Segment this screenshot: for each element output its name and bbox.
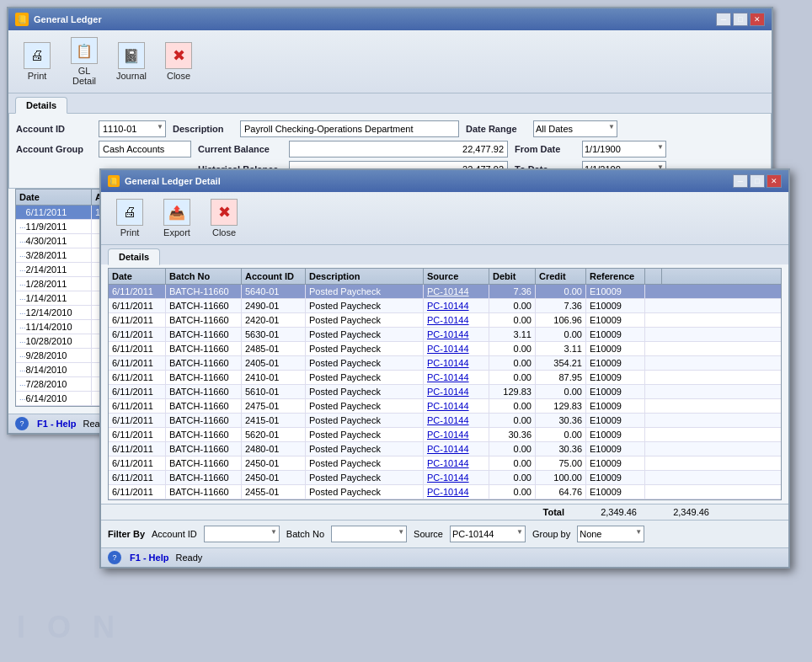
account-group-label: Account Group [16, 144, 92, 154]
detail-grid-row[interactable]: 6/11/2011 BATCH-11660 5630-01 Posted Pay… [109, 328, 781, 342]
detail-cell-reference: E10009 [586, 285, 645, 298]
detail-grid-row[interactable]: 6/11/2011 BATCH-11660 2415-01 Posted Pay… [109, 414, 781, 428]
filter-account-id-select[interactable] [204, 526, 280, 542]
tab-details[interactable]: Details [15, 97, 67, 114]
detail-close-button-toolbar[interactable]: ✖ Close [202, 195, 246, 241]
detail-cell-debit: 0.00 [489, 414, 536, 427]
detail-grid-row[interactable]: 6/11/2011 BATCH-11660 5640-01 Posted Pay… [109, 285, 781, 299]
main-toolbar: 🖨 Print 📋 GL Detail 📓 Journal ✖ Close [8, 30, 772, 93]
detail-cell-source[interactable]: PC-10144 [424, 485, 489, 499]
detail-cell-batch-no: BATCH-11660 [166, 456, 242, 470]
detail-cell-batch-no: BATCH-11660 [166, 285, 242, 298]
main-tab-strip: Details [8, 93, 772, 113]
detail-grid-row[interactable]: 6/11/2011 BATCH-11660 2450-01 Posted Pay… [109, 471, 781, 485]
detail-cell-source[interactable]: PC-10144 [424, 442, 489, 456]
close-icon: ✖ [165, 42, 192, 69]
cell-date: ···6/11/2011 [16, 206, 92, 219]
detail-maximize-button[interactable]: □ [750, 174, 765, 188]
detail-cell-credit: 75.00 [536, 456, 586, 470]
detail-grid-row[interactable]: 6/11/2011 BATCH-11660 2490-01 Posted Pay… [109, 299, 781, 313]
detail-cell-source[interactable]: PC-10144 [424, 414, 489, 427]
detail-window-icon: 📒 [108, 175, 120, 187]
detail-grid-row[interactable]: 6/11/2011 BATCH-11660 2455-01 Posted Pay… [109, 485, 781, 499]
detail-cell-batch-no: BATCH-11660 [166, 414, 242, 427]
description-input[interactable] [240, 120, 459, 137]
gl-detail-icon: 📋 [71, 37, 98, 64]
minimize-button[interactable]: ─ [716, 13, 731, 26]
detail-cell-source[interactable]: PC-10144 [424, 471, 489, 484]
detail-grid-row[interactable]: 6/11/2011 BATCH-11660 2420-01 Posted Pay… [109, 313, 781, 328]
detail-cell-description: Posted Paycheck [306, 399, 424, 413]
detail-tab-details[interactable]: Details [108, 248, 160, 265]
detail-cell-source[interactable]: PC-10144 [424, 371, 489, 384]
detail-cell-debit: 0.00 [489, 356, 536, 370]
detail-grid-row[interactable]: 6/11/2011 BATCH-11660 5610-01 Posted Pay… [109, 385, 781, 399]
detail-grid-row[interactable]: 6/11/2011 BATCH-11660 2475-01 Posted Pay… [109, 399, 781, 414]
detail-cell-batch-no: BATCH-11660 [166, 399, 242, 413]
detail-cell-account-id: 2490-01 [242, 299, 306, 312]
current-balance-input [289, 141, 508, 157]
cell-date: ···7/28/2010 [16, 377, 92, 391]
print-button[interactable]: 🖨 Print [15, 39, 59, 84]
maximize-button[interactable]: □ [733, 13, 748, 26]
detail-cell-source[interactable]: PC-10144 [424, 385, 489, 398]
detail-cell-source[interactable]: PC-10144 [424, 399, 489, 413]
filter-batch-no-label: Batch No [286, 529, 324, 539]
detail-f1-help-label[interactable]: F1 - Help [130, 553, 168, 563]
detail-cell-source[interactable]: PC-10144 [424, 313, 489, 327]
detail-cell-batch-no: BATCH-11660 [166, 485, 242, 499]
detail-cell-reference: E10009 [586, 471, 645, 484]
account-id-input[interactable] [99, 120, 166, 137]
detail-grid-row[interactable]: 6/11/2011 BATCH-11660 2480-01 Posted Pay… [109, 442, 781, 456]
detail-cell-description: Posted Paycheck [306, 414, 424, 427]
detail-grid-row[interactable]: 6/11/2011 BATCH-11660 2405-01 Posted Pay… [109, 356, 781, 371]
detail-cell-source[interactable]: PC-10144 [424, 299, 489, 312]
detail-close-icon: ✖ [211, 199, 238, 226]
detail-cell-account-id: 2455-01 [242, 485, 306, 499]
detail-cell-batch-no: BATCH-11660 [166, 371, 242, 384]
from-date-select[interactable]: 1/1/1900 [582, 141, 666, 157]
detail-ready-status: Ready [175, 553, 202, 563]
f1-help-label[interactable]: F1 - Help [37, 419, 76, 429]
detail-grid-row[interactable]: 6/11/2011 BATCH-11660 5620-01 Posted Pay… [109, 428, 781, 442]
detail-export-button[interactable]: 📤 Export [155, 195, 199, 241]
detail-cell-source[interactable]: PC-10144 [424, 356, 489, 370]
detail-cell-reference: E10009 [586, 385, 645, 398]
detail-cell-date: 6/11/2011 [109, 328, 166, 341]
detail-window-controls: ─ □ ✕ [733, 174, 782, 188]
detail-cell-source[interactable]: PC-10144 [424, 328, 489, 341]
detail-grid-row[interactable]: 6/11/2011 BATCH-11660 2485-01 Posted Pay… [109, 342, 781, 356]
detail-grid-row[interactable]: 6/11/2011 BATCH-11660 2450-01 Posted Pay… [109, 456, 781, 471]
detail-cell-source[interactable]: PC-10144 [424, 428, 489, 441]
main-close-button[interactable]: ✖ Close [157, 39, 200, 84]
total-debit: 2,349.46 [578, 507, 637, 517]
close-button[interactable]: ✕ [750, 13, 765, 26]
detail-print-button[interactable]: 🖨 Print [108, 195, 152, 241]
detail-cell-source[interactable]: PC-10144 [424, 342, 489, 355]
detail-cell-batch-no: BATCH-11660 [166, 342, 242, 355]
gl-detail-button[interactable]: 📋 GL Detail [62, 34, 106, 89]
detail-cell-batch-no: BATCH-11660 [166, 328, 242, 341]
detail-cell-debit: 0.00 [489, 442, 536, 456]
filter-by-label: Filter By [108, 529, 145, 539]
filter-account-id-label: Account ID [152, 529, 197, 539]
detail-cell-source[interactable]: PC-10144 [424, 285, 489, 298]
detail-cell-credit: 0.00 [536, 385, 586, 398]
detail-cell-source[interactable]: PC-10144 [424, 456, 489, 470]
detail-minimize-button[interactable]: ─ [733, 174, 748, 188]
detail-cell-batch-no: BATCH-11660 [166, 471, 242, 484]
detail-close-button[interactable]: ✕ [767, 174, 782, 188]
detail-cell-account-id: 5630-01 [242, 328, 306, 341]
detail-cell-date: 6/11/2011 [109, 456, 166, 470]
filter-source-select[interactable]: PC-10144 [450, 526, 526, 542]
detail-cell-credit: 354.21 [536, 356, 586, 370]
cell-date: ···12/14/2010 [16, 306, 92, 319]
detail-grid-row[interactable]: 6/11/2011 BATCH-11660 2410-01 Posted Pay… [109, 371, 781, 385]
date-range-select[interactable]: All Dates [533, 120, 617, 137]
filter-batch-no-select[interactable] [331, 526, 407, 542]
cell-date: ···2/14/2011 [16, 263, 92, 276]
main-window-title: General Ledger [34, 14, 102, 24]
account-group-input[interactable] [99, 141, 191, 157]
filter-group-by-select[interactable]: None [577, 526, 644, 542]
journal-button[interactable]: 📓 Journal [110, 39, 153, 84]
